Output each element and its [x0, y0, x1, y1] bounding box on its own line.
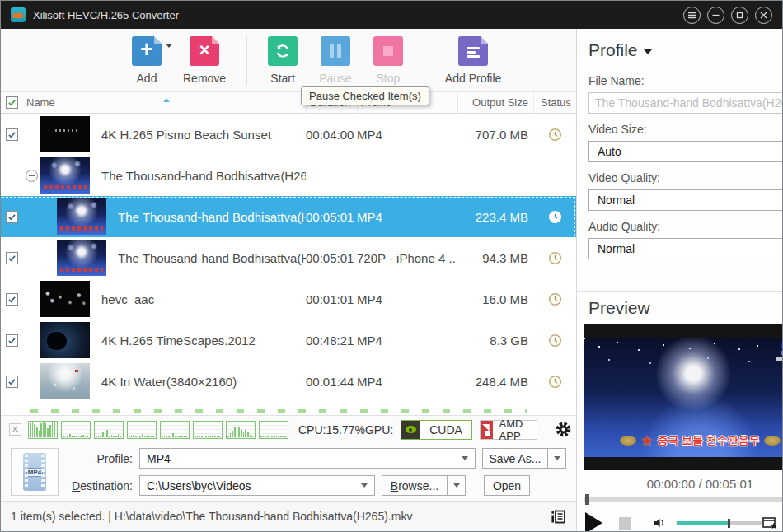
toolbar: + Add × Remove — [1, 29, 576, 91]
file-name-label: File Name: — [588, 74, 783, 87]
save-as-dropdown[interactable] — [547, 449, 565, 468]
app-window: Xilisoft HEVC/H.265 Converter + — [0, 0, 783, 532]
list-item[interactable]: The Thousand-hand Bodhisattva(H265)... 0… — [1, 237, 576, 278]
browse-button[interactable]: Browse... — [382, 475, 466, 496]
start-button[interactable]: Start — [268, 36, 298, 85]
dropdown-arrow-icon — [453, 483, 460, 488]
file-list: 4K H.265 Pismo Beach Sunset 00:04:00 MP4… — [1, 114, 576, 415]
remove-icon: × — [190, 36, 219, 66]
seek-handle[interactable] — [585, 494, 589, 505]
item-profile: MP4 — [357, 292, 457, 306]
close-button[interactable] — [755, 7, 772, 24]
item-output-size: 707.0 MB — [457, 128, 533, 142]
row-checkbox[interactable] — [6, 293, 18, 306]
video-quality-combobox[interactable]: Normal — [588, 189, 783, 211]
select-all-checkbox[interactable] — [6, 96, 18, 109]
item-profile: MP4 — [357, 334, 457, 348]
cpu-meter — [94, 421, 124, 439]
add-dropdown-caret-icon[interactable] — [166, 44, 172, 48]
cuda-badge[interactable]: CUDA — [401, 420, 472, 440]
list-item[interactable]: The Thousand-hand Bodhisattva(H265)... 0… — [1, 196, 576, 237]
nvidia-icon — [401, 421, 420, 439]
list-item[interactable]: The Thousand-hand Bodhisattva(H265) — [1, 155, 576, 196]
item-name: hevc_aac — [90, 292, 306, 306]
cpu-core-meters — [28, 421, 288, 439]
item-profile: MP4 — [357, 375, 457, 389]
video-thumbnail — [40, 363, 90, 399]
browse-dropdown[interactable] — [447, 476, 465, 495]
seek-bar[interactable] — [584, 497, 783, 502]
video-quality-label: Video Quality: — [588, 171, 783, 184]
video-thumbnail — [40, 157, 90, 194]
row-checkbox[interactable] — [6, 334, 18, 347]
list-item[interactable]: 4K H.265 Pismo Beach Sunset 00:04:00 MP4… — [1, 114, 576, 155]
row-checkbox[interactable] — [6, 128, 18, 141]
destination-combobox[interactable]: C:\Users\byc\Videos — [139, 475, 375, 496]
profile-panel: Profile File Name: The Thousand-hand Bod… — [577, 29, 783, 291]
resource-bar: ✕ CPU:15.77% GPU: CUDA AMD APP — [1, 415, 576, 443]
open-button[interactable]: Open — [484, 475, 530, 496]
stars-decoration — [584, 338, 585, 339]
maximize-button[interactable] — [731, 7, 748, 24]
collapse-icon[interactable] — [26, 170, 38, 182]
item-status — [533, 334, 576, 348]
list-item[interactable]: 4K In Water(3840×2160) 00:01:44 MP4 248.… — [1, 361, 576, 402]
add-profile-icon — [458, 36, 488, 66]
snapshot-folder-icon[interactable] — [762, 516, 779, 530]
row-checkbox[interactable] — [6, 376, 18, 388]
maximize-icon — [735, 11, 744, 20]
preview-panel: Preview HD SBS — [577, 291, 783, 531]
item-output-size: 16.0 MB — [457, 292, 533, 306]
cpu-history-ticks — [30, 409, 527, 413]
close-meters-icon[interactable]: ✕ — [9, 423, 21, 436]
item-status — [533, 128, 576, 142]
settings-button[interactable] — [555, 421, 572, 438]
cpu-meter — [28, 421, 58, 439]
file-name-input[interactable]: The Thousand-hand Bodhisattva(H265 — [588, 92, 783, 114]
video-thumbnail — [57, 198, 106, 235]
item-name: The Thousand-hand Bodhisattva(H265)... — [106, 251, 306, 265]
video-size-combobox[interactable]: Auto — [588, 141, 783, 162]
volume-handle[interactable] — [728, 519, 730, 528]
audio-quality-combobox[interactable]: Normal — [588, 238, 783, 259]
cpu-usage-text: CPU:15.77% — [298, 423, 365, 436]
column-header-output-size[interactable]: Output Size — [457, 92, 533, 113]
row-checkbox[interactable] — [6, 211, 18, 223]
item-status — [533, 169, 576, 183]
menu-button[interactable] — [683, 7, 701, 24]
stop-playback-button[interactable] — [619, 517, 631, 530]
list-item[interactable]: hevc_aac 00:01:01 MP4 16.0 MB — [1, 278, 576, 320]
queue-info-button[interactable] — [550, 509, 566, 525]
save-as-button[interactable]: Save As... — [482, 448, 566, 469]
add-profile-button[interactable]: Add Profile — [445, 36, 501, 85]
volume-button[interactable] — [653, 516, 668, 530]
remove-button[interactable]: × Remove — [183, 36, 226, 85]
volume-fill — [677, 521, 729, 525]
title-banner: ★ 중국 보물 천수관음무 — [584, 433, 783, 448]
amd-badge[interactable]: AMD APP — [480, 420, 537, 440]
gear-icon — [555, 421, 572, 438]
list-item[interactable]: 4K H.265 TimeScapes.2012 00:48:21 MP4 8.… — [1, 320, 576, 361]
cpu-meter — [127, 421, 157, 439]
column-header-name[interactable]: Name — [23, 92, 306, 113]
column-header-status[interactable]: Status — [533, 92, 576, 113]
menu-icon — [687, 11, 696, 20]
destination-label: Destination: — [67, 479, 133, 492]
profile-title-dropdown-icon[interactable] — [644, 49, 652, 54]
stop-icon — [373, 36, 403, 66]
format-thumbnail: MP4 — [11, 448, 59, 496]
add-button[interactable]: + Add — [132, 36, 162, 85]
minimize-button[interactable] — [707, 7, 724, 24]
video-preview[interactable]: HD SBS ★ 중국 보물 천수관음무 — [584, 324, 783, 470]
profile-combobox[interactable]: MP4 — [139, 448, 476, 469]
item-duration: 00:05:01 — [306, 251, 357, 265]
play-button[interactable] — [585, 512, 602, 532]
pause-button[interactable]: Pause — [319, 36, 352, 85]
volume-slider[interactable] — [677, 521, 762, 525]
item-profile: MP4 — [357, 210, 457, 224]
stop-button[interactable]: Stop — [373, 36, 403, 85]
item-status — [533, 210, 576, 224]
row-checkbox[interactable] — [6, 252, 18, 264]
cpu-meter — [259, 421, 288, 439]
remove-label: Remove — [183, 72, 226, 85]
